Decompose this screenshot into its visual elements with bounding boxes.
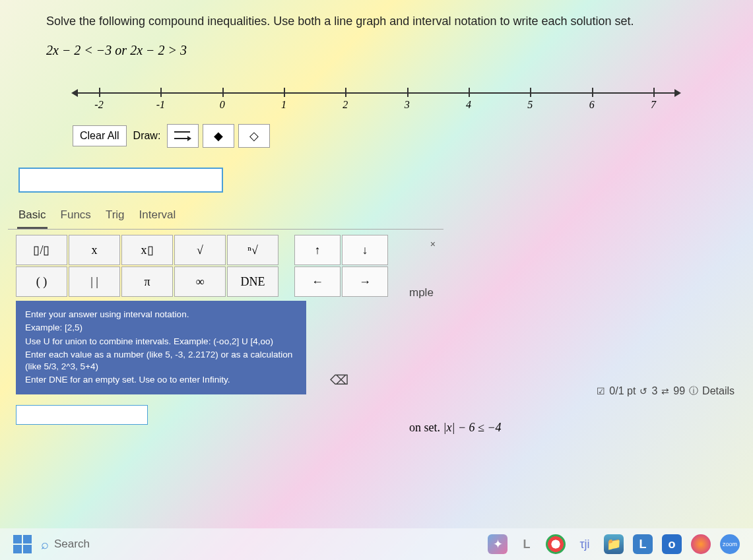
taskbar-zoom-icon[interactable]: zoom	[720, 534, 740, 554]
tick-mark	[99, 88, 100, 97]
tick-label: -1	[156, 99, 165, 111]
tick-label: 2	[343, 99, 348, 111]
partial-text-mple: mple	[409, 286, 434, 299]
inequality-expression: 2x − 2 < −3 or 2x − 2 > 3	[46, 43, 707, 58]
tick-mark	[160, 88, 162, 97]
key-nth-root[interactable]: ⁿ√	[227, 235, 278, 265]
tick-mark	[653, 88, 655, 97]
tab-funcs[interactable]: Funcs	[59, 206, 92, 229]
number-line[interactable]: -2-101234567	[73, 84, 680, 111]
math-keyboard: Basic Funcs Trig Interval × ▯/▯ x x▯ √ ⁿ…	[8, 201, 443, 299]
tick-label: 4	[466, 99, 471, 111]
draw-closed-point-button[interactable]: ◆	[203, 124, 234, 148]
help-tooltip: Enter your answer using interval notatio…	[16, 301, 306, 394]
tick-label: 0	[220, 99, 225, 111]
taskbar-firefox-icon[interactable]	[691, 534, 711, 554]
key-parens[interactable]: ( )	[16, 266, 67, 297]
help-line-5: Enter DNE for an empty set. Use oo to en…	[25, 374, 297, 386]
taskbar-copilot-icon[interactable]: ✦	[488, 534, 507, 554]
tab-basic[interactable]: Basic	[17, 206, 48, 229]
attempts-count: 99	[673, 385, 685, 397]
search-icon: ⌕	[41, 537, 49, 552]
key-backspace[interactable]: ⌫	[330, 372, 348, 388]
taskbar-app-l-icon[interactable]: L	[517, 534, 537, 554]
key-fraction[interactable]: ▯/▯	[16, 235, 67, 265]
question-instructions: Solve the following compound inequalitie…	[46, 13, 707, 30]
taskbar-explorer-icon[interactable]: 📁	[604, 534, 624, 554]
key-infinity[interactable]: ∞	[174, 266, 226, 297]
draw-label: Draw:	[131, 126, 164, 146]
help-line-3: Use U for union to combine intervals. Ex…	[25, 336, 297, 348]
secondary-answer-input[interactable]	[16, 405, 148, 425]
tick-label: 1	[281, 99, 286, 111]
start-button[interactable]	[13, 535, 32, 553]
draw-open-point-button[interactable]: ◇	[238, 124, 270, 148]
taskbar-app-blue-l-icon[interactable]: L	[633, 534, 653, 554]
details-link[interactable]: Details	[702, 385, 735, 397]
points-text: 0/1 pt	[609, 385, 636, 397]
points-bar: ☑ 0/1 pt ↺ 3 ⇄ 99 ⓘ Details	[597, 385, 735, 397]
closed-dot-icon: ◆	[214, 129, 223, 143]
tick-mark	[592, 88, 593, 97]
close-keyboard-button[interactable]: ×	[428, 236, 438, 252]
keyboard-tabs: Basic Funcs Trig Interval	[8, 201, 443, 230]
ray-icon	[172, 129, 194, 142]
key-x[interactable]: x	[69, 235, 120, 265]
taskbar-teams-icon[interactable]: τji	[575, 534, 595, 554]
number-line-container: -2-101234567	[73, 84, 707, 111]
retry-icon: ↺	[639, 386, 647, 396]
onset-prefix: on set.	[409, 421, 440, 434]
key-dne[interactable]: DNE	[227, 266, 278, 297]
taskbar-outlook-icon[interactable]: o	[662, 534, 682, 554]
help-line-2: Example: [2,5)	[25, 322, 297, 334]
partial-problem-text: on set. |x| − 6 ≤ −4	[409, 421, 502, 435]
tick-mark	[407, 88, 409, 97]
help-line-4: Enter each value as a number (like 5, -3…	[25, 349, 297, 373]
key-left[interactable]: ←	[294, 266, 341, 297]
taskbar-chrome-icon[interactable]	[546, 534, 566, 554]
tick-mark	[530, 88, 531, 97]
taskbar-search[interactable]: ⌕ Search	[41, 537, 213, 552]
key-down[interactable]: ↓	[342, 235, 388, 265]
draw-toolbar: Clear All Draw: ◆ ◇	[73, 124, 707, 148]
key-subscript[interactable]: x▯	[121, 235, 173, 265]
tick-label: 5	[527, 99, 533, 111]
help-line-1: Enter your answer using interval notatio…	[25, 309, 297, 321]
open-dot-icon: ◇	[249, 129, 259, 143]
axis-line	[73, 92, 680, 94]
key-sqrt[interactable]: √	[174, 235, 226, 265]
search-placeholder: Search	[54, 538, 90, 551]
tick-label: -2	[94, 99, 103, 111]
answer-input[interactable]	[18, 168, 223, 193]
onset-math: |x| − 6 ≤ −4	[443, 421, 502, 434]
tick-mark	[345, 88, 346, 97]
key-right[interactable]: →	[342, 266, 388, 297]
clear-all-button[interactable]: Clear All	[73, 125, 127, 146]
retry-count: 3	[651, 385, 657, 397]
key-up[interactable]: ↑	[294, 235, 341, 265]
tab-interval[interactable]: Interval	[138, 206, 178, 229]
tick-label: 3	[405, 99, 410, 111]
tab-trig[interactable]: Trig	[104, 206, 126, 229]
tick-mark	[284, 88, 285, 97]
arrow-right-icon	[674, 89, 681, 97]
info-icon: ⓘ	[689, 385, 698, 397]
draw-ray-button[interactable]	[167, 124, 199, 148]
windows-taskbar: ⌕ Search ✦ L τji 📁 L o zoom	[0, 528, 753, 560]
check-icon: ☑	[597, 386, 605, 396]
attempts-icon: ⇄	[661, 386, 669, 396]
tick-mark	[222, 88, 224, 97]
key-abs[interactable]: | |	[69, 266, 120, 297]
tick-label: 6	[589, 99, 595, 111]
tick-mark	[469, 88, 470, 97]
tick-label: 7	[651, 99, 656, 111]
key-pi[interactable]: π	[121, 266, 173, 297]
